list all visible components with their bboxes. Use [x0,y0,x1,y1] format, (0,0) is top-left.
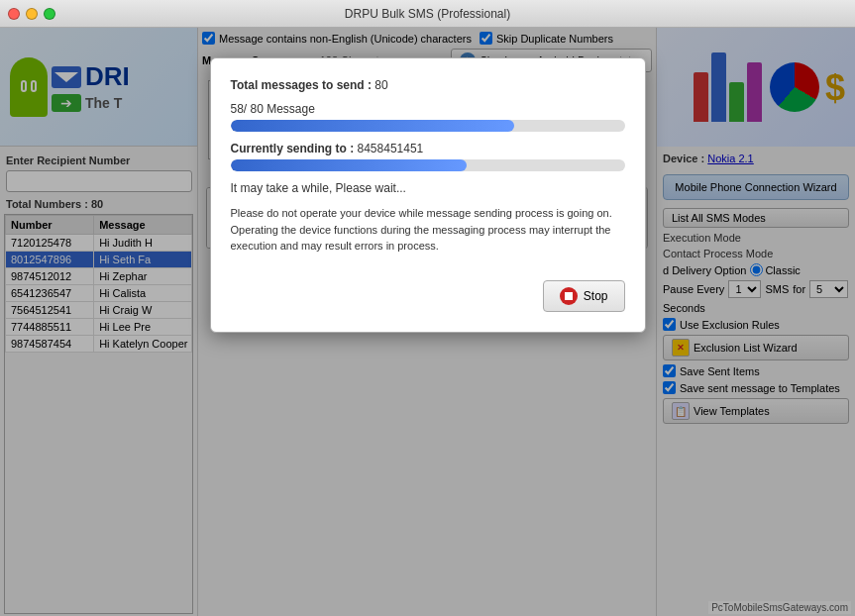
stop-button[interactable]: Stop [543,280,625,312]
stop-icon [560,287,578,305]
progress-label-row: 58/ 80 Message [231,102,625,132]
window-controls[interactable] [8,8,55,20]
minimize-button[interactable] [26,8,38,20]
wait-message: It may take a while, Please wait... [231,181,625,195]
warning-text: Please do not operate your device while … [231,205,625,255]
total-messages-row: Total messages to send : 80 [231,78,625,92]
main-progress-fill [231,120,515,132]
titlebar: DRPU Bulk SMS (Professional) [0,0,855,28]
sending-progress-bar [231,159,625,171]
app-title: DRPU Bulk SMS (Professional) [345,7,510,21]
sending-to-row: Currently sending to : 8458451451 [231,142,625,171]
stop-square [565,292,573,300]
maximize-button[interactable] [44,8,55,20]
sending-progress-fill [231,159,468,171]
sending-dialog: Total messages to send : 80 58/ 80 Messa… [210,57,646,333]
close-button[interactable] [8,8,20,20]
main-progress-bar [231,120,625,132]
dialog-overlay: Total messages to send : 80 58/ 80 Messa… [0,28,855,616]
